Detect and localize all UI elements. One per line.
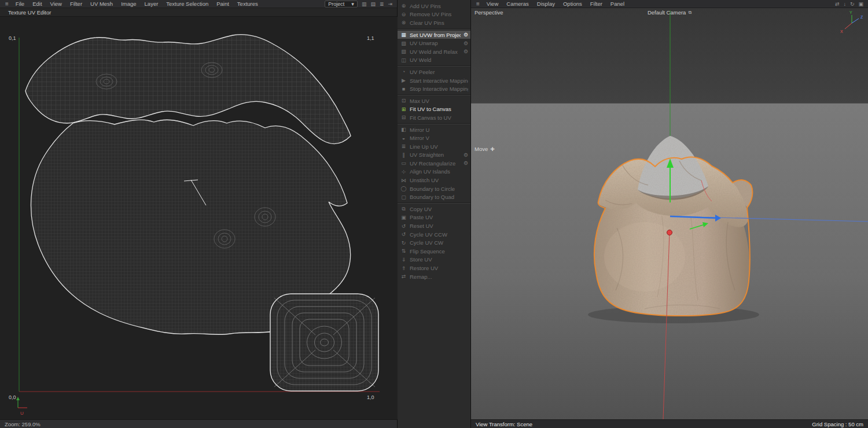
hamburger-menu-icon[interactable]: ≡ — [2, 1, 12, 7]
uv-command-copy-uv[interactable]: ⧉Copy UV — [398, 205, 470, 213]
viewport-menubar: ≡ ViewCamerasDisplayOptionsFilterPanel ⇄… — [471, 0, 868, 8]
gear-icon[interactable]: ⚙ — [464, 40, 468, 46]
vp-menu-options[interactable]: Options — [559, 1, 586, 7]
restore-icon: ⇑ — [400, 265, 407, 271]
viewport-menu-items: ViewCamerasDisplayOptionsFilterPanel — [483, 1, 628, 7]
uv-command-start-interactive-mapping[interactable]: ▶Start Interactive Mapping — [398, 76, 470, 85]
vp-menu-display[interactable]: Display — [533, 1, 559, 7]
vp-menu-panel[interactable]: Panel — [606, 1, 628, 7]
menu-separator — [398, 202, 470, 204]
viewport-panel: ≡ ViewCamerasDisplayOptionsFilterPanel ⇄… — [471, 0, 868, 428]
gear-icon[interactable]: ⚙ — [464, 49, 468, 54]
menu-image[interactable]: Image — [117, 1, 140, 7]
list-icon[interactable]: ≣ — [380, 1, 384, 7]
uv-command-line-up-uv[interactable]: ≣Line Up UV — [398, 142, 470, 151]
uv-corner-label-bottom-left: 0,0 — [9, 394, 16, 400]
uv-command-clear-uv-pins[interactable]: ⊗Clear UV Pins — [398, 19, 470, 27]
menu-paint[interactable]: Paint — [212, 1, 233, 7]
menu-view[interactable]: View — [46, 1, 66, 7]
uv-command-fit-uv-to-canvas[interactable]: ⊞Fit UV to Canvas — [398, 105, 470, 114]
axis-y-label: Y — [849, 10, 852, 14]
uv-command-mirror-u[interactable]: ◧Mirror U — [398, 126, 470, 134]
uv-command-boundary-to-circle[interactable]: ◯Boundary to Circle — [398, 185, 470, 193]
uv-command-max-uv[interactable]: ⊡Max UV — [398, 97, 470, 105]
viewport-3d[interactable]: Y Z X Perspective Default Camera ⧉ Move … — [471, 8, 868, 419]
uv-command-label: Cycle UV CW — [410, 239, 468, 246]
uv-axis-u-label: U — [20, 411, 24, 416]
uv-command-remap[interactable]: ⇄Remap... — [398, 272, 470, 281]
uv-command-flip-sequence[interactable]: ⇅Flip Sequence — [398, 247, 470, 256]
uv-command-uv-peeler[interactable]: ◔UV Peeler — [398, 68, 470, 76]
gear-icon[interactable]: ⚙ — [464, 32, 468, 38]
uv-editor-menubar-right: Project ▾ ▥ ▤ ≣ ⇥ — [325, 1, 395, 8]
mirror-v-icon: ◒ — [400, 135, 407, 141]
menu-filter[interactable]: Filter — [66, 1, 86, 7]
camera-selector[interactable]: Default Camera ⧉ — [648, 9, 692, 16]
uv-command-reset-uv[interactable]: ↺Reset UV — [398, 222, 470, 230]
uv-command-uv-unwrap[interactable]: ▨UV Unwrap⚙ — [398, 39, 470, 47]
uv-command-label: Mirror V — [410, 135, 468, 141]
uv-command-cycle-uv-cw[interactable]: ↻Cycle UV CW — [398, 238, 470, 247]
projection-icon: ▦ — [400, 32, 407, 38]
vp-menu-view[interactable]: View — [483, 1, 502, 7]
panel-layout-icon[interactable]: ▣ — [858, 1, 863, 7]
dock-icon[interactable]: ⇥ — [388, 1, 392, 7]
uv-command-stop-interactive-mapping[interactable]: ■Stop Interactive Mapping — [398, 84, 470, 93]
uv-command-label: UV Weld and Relax — [410, 49, 461, 55]
paste-icon: ▣ — [400, 215, 407, 220]
menu-edit[interactable]: Edit — [28, 1, 46, 7]
uv-command-label: Restore UV — [410, 265, 468, 271]
view-name-label[interactable]: Perspective — [475, 9, 503, 16]
remap-icon: ⇄ — [400, 274, 407, 279]
cycle-cw-icon: ↻ — [400, 240, 407, 246]
uv-command-restore-uv[interactable]: ⇑Restore UV — [398, 264, 470, 272]
camera-switch-icon[interactable]: ⧉ — [688, 10, 692, 16]
uv-command-uv-weld[interactable]: ◫UV Weld — [398, 56, 470, 65]
gear-icon[interactable]: ⚙ — [464, 152, 468, 158]
uv-command-mirror-v[interactable]: ◒Mirror V — [398, 134, 470, 142]
uv-corner-label-bottom-right: 1,0 — [367, 394, 374, 400]
uv-island-bottom[interactable] — [270, 294, 378, 391]
refresh-icon[interactable]: ↻ — [850, 1, 855, 7]
menu-separator — [398, 94, 470, 95]
hamburger-menu-icon[interactable]: ≡ — [473, 1, 483, 7]
peeler-icon: ◔ — [400, 69, 407, 75]
uv-command-label: Copy UV — [410, 206, 468, 212]
weld-icon: ◫ — [400, 57, 407, 63]
uv-command-unstitch-uv[interactable]: ⋈Unstitch UV — [398, 176, 470, 185]
uv-command-cycle-uv-ccw[interactable]: ↺Cycle UV CCW — [398, 230, 470, 239]
menu-uv-mesh[interactable]: UV Mesh — [86, 1, 117, 7]
uv-command-fit-canvas-to-uv[interactable]: ⊟Fit Canvas to UV — [398, 113, 470, 122]
uv-command-remove-uv-pins[interactable]: ⊖Remove UV Pins — [398, 10, 470, 19]
gear-icon[interactable]: ⚙ — [464, 160, 468, 166]
uv-command-uv-straighten[interactable]: ∥UV Straighten⚙ — [398, 151, 470, 160]
menu-file[interactable]: File — [12, 1, 28, 7]
uv-canvas[interactable]: 0,1 1,1 0,0 1,0 U — [0, 17, 397, 419]
arrow-down-icon[interactable]: ↓ — [843, 1, 846, 7]
uv-command-boundary-to-quad[interactable]: ▢Boundary to Quad — [398, 193, 470, 201]
uv-command-uv-weld-and-relax[interactable]: ▧UV Weld and Relax⚙ — [398, 47, 470, 56]
uv-command-label: UV Straighten — [410, 152, 461, 158]
gizmo-origin-dot[interactable] — [667, 230, 672, 235]
project-dropdown[interactable]: Project ▾ — [325, 1, 358, 8]
uv-command-label: UV Weld — [410, 57, 468, 63]
uv-command-store-uv[interactable]: ⇓Store UV — [398, 256, 470, 264]
uv-command-set-uvw-from-projection[interactable]: ▦Set UVW from Projection⚙ — [398, 31, 470, 39]
swap-icon[interactable]: ⇄ — [835, 1, 840, 7]
vp-menu-cameras[interactable]: Cameras — [502, 1, 533, 7]
layers-icon[interactable]: ▤ — [370, 1, 376, 7]
bnd-quad-icon: ▢ — [400, 194, 407, 200]
uv-command-add-uv-pins[interactable]: ⊕Add UV Pins — [398, 2, 470, 10]
menu-texture-selection[interactable]: Texture Selection — [162, 1, 212, 7]
vp-menu-filter[interactable]: Filter — [586, 1, 606, 7]
uv-command-label: Cycle UV CCW — [410, 231, 468, 238]
histogram-icon[interactable]: ▥ — [362, 1, 367, 7]
menu-layer[interactable]: Layer — [141, 1, 163, 7]
menu-textures[interactable]: Textures — [233, 1, 262, 7]
uv-command-label: Remove UV Pins — [410, 11, 468, 17]
remove-pin-icon: ⊖ — [400, 12, 407, 17]
uv-command-label: UV Unwrap — [410, 40, 461, 46]
uv-command-paste-uv[interactable]: ▣Paste UV — [398, 213, 470, 222]
uv-command-align-uv-islands[interactable]: ⊹Align UV Islands — [398, 168, 470, 176]
uv-command-uv-rectangularize[interactable]: ▭UV Rectangularize⚙ — [398, 159, 470, 168]
